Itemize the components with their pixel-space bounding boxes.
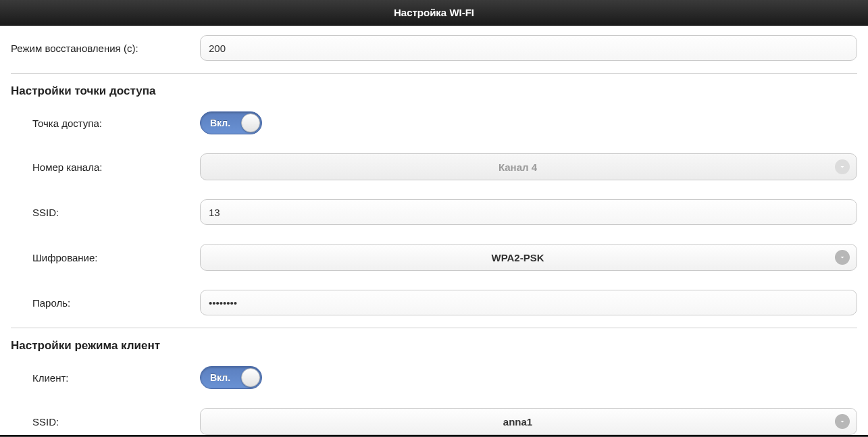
client-section-heading: Настройки режима клиент: [11, 328, 857, 357]
ap-channel-label: Номер канала:: [11, 161, 200, 173]
ap-ssid-input[interactable]: [200, 199, 857, 225]
chevron-down-icon: [835, 250, 850, 265]
ap-enable-label: Точка доступа:: [11, 118, 200, 129]
ap-channel-value: Канал 4: [499, 161, 537, 173]
ap-password-row: Пароль:: [11, 280, 857, 325]
client-toggle[interactable]: Вкл.: [200, 366, 262, 389]
page-header: Настройка WI-FI: [0, 0, 868, 26]
toggle-knob-icon: [241, 368, 260, 387]
client-toggle-label: Вкл.: [201, 372, 230, 383]
ap-encryption-value: WPA2-PSK: [491, 252, 544, 263]
page-title: Настройка WI-FI: [394, 7, 474, 18]
chevron-down-icon: [835, 159, 850, 174]
ap-toggle[interactable]: Вкл.: [200, 111, 262, 134]
recovery-label: Режим восстановления (с):: [11, 43, 200, 54]
client-ssid-row: SSID: anna1: [11, 399, 857, 435]
client-enable-row: Клиент: Вкл.: [11, 357, 857, 399]
ap-section-heading: Настройки точки доступа: [11, 74, 857, 102]
ap-encryption-row: Шифрование: WPA2-PSK: [11, 234, 857, 280]
ap-encryption-label: Шифрование:: [11, 252, 200, 263]
client-enable-label: Клиент:: [11, 372, 200, 384]
ap-ssid-label: SSID:: [11, 207, 200, 218]
client-ssid-select[interactable]: anna1: [200, 408, 857, 435]
toggle-knob-icon: [241, 113, 260, 132]
ap-password-label: Пароль:: [11, 297, 200, 309]
client-ssid-label: SSID:: [11, 416, 200, 428]
ap-password-input[interactable]: [200, 290, 857, 315]
ap-channel-select[interactable]: Канал 4: [200, 153, 857, 180]
content-area: Режим восстановления (с): Настройки точк…: [0, 26, 868, 435]
recovery-row: Режим восстановления (с):: [11, 26, 857, 70]
recovery-input[interactable]: [200, 35, 857, 61]
chevron-down-icon: [835, 414, 850, 429]
client-ssid-value: anna1: [503, 416, 532, 428]
ap-encryption-select[interactable]: WPA2-PSK: [200, 244, 857, 271]
ap-ssid-row: SSID:: [11, 190, 857, 234]
ap-enable-row: Точка доступа: Вкл.: [11, 102, 857, 144]
ap-channel-row: Номер канала: Канал 4: [11, 144, 857, 190]
ap-toggle-label: Вкл.: [201, 118, 230, 128]
